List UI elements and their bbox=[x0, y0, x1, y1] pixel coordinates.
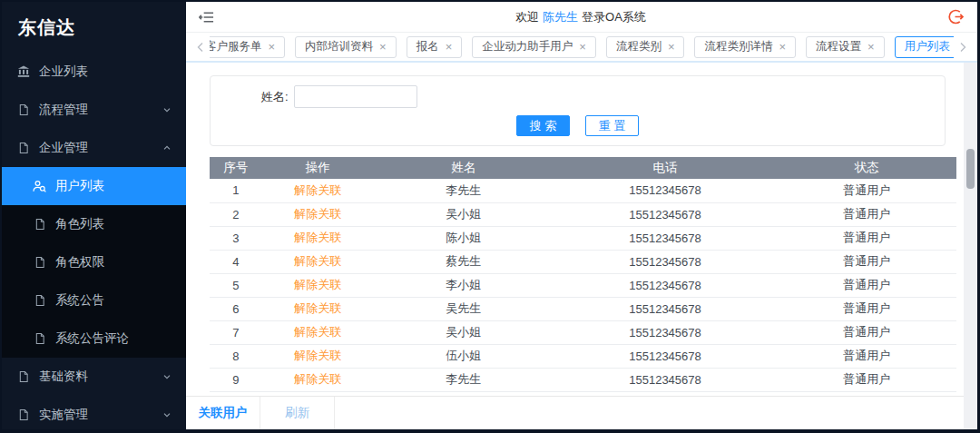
scrollbar-thumb[interactable] bbox=[966, 149, 975, 189]
unlink-action[interactable]: 解除关联 bbox=[294, 372, 341, 386]
welcome-prefix: 欢迎 bbox=[515, 10, 539, 24]
cell-name: 吴小姐 bbox=[374, 202, 554, 226]
sidebar-item-label: 企业列表 bbox=[39, 64, 88, 80]
sidebar-item-label: 用户列表 bbox=[55, 178, 104, 194]
sidebar-item-label: 实施管理 bbox=[39, 407, 88, 423]
sidebar-item-label: 企业管理 bbox=[39, 140, 88, 156]
unlink-action[interactable]: 解除关联 bbox=[294, 301, 341, 315]
cell-index: 9 bbox=[210, 368, 262, 391]
content-region: 姓名: 搜 索 重 置 序号操作姓名电话状态 1解除关联李先生155123456… bbox=[186, 63, 977, 429]
sidebar-item-系统公告评论[interactable]: 系统公告评论 bbox=[2, 320, 186, 358]
tab-用户列表[interactable]: 用户列表× bbox=[895, 36, 954, 58]
cell-phone: 15512345678 bbox=[554, 320, 778, 344]
table-row: 7解除关联吴小姐15512345678普通用户 bbox=[210, 320, 956, 344]
search-panel: 姓名: 搜 索 重 置 bbox=[210, 75, 946, 146]
cell-name: 李小姐 bbox=[374, 273, 554, 297]
sidebar-item-企业列表[interactable]: 企业列表 bbox=[2, 53, 186, 91]
cell-status: 普通用户 bbox=[777, 368, 956, 391]
reset-button[interactable]: 重 置 bbox=[585, 115, 640, 136]
cell-status: 普通用户 bbox=[777, 250, 956, 273]
cell-name: 蔡先生 bbox=[374, 250, 554, 273]
name-label: 姓名: bbox=[261, 89, 289, 105]
cell-index: 7 bbox=[210, 320, 262, 344]
close-icon[interactable]: × bbox=[269, 41, 276, 53]
unlink-action[interactable]: 解除关联 bbox=[294, 325, 341, 339]
main-area: 欢迎陈先生登录OA系统 客户服务单×内部培训资料×报名×企业动力助手用户×流程类… bbox=[186, 2, 977, 429]
associate-user-button[interactable]: 关联用户 bbox=[186, 397, 260, 429]
close-icon[interactable]: × bbox=[668, 41, 675, 53]
table-row: 1解除关联李先生15512345678普通用户 bbox=[210, 179, 956, 202]
cell-name: 吴先生 bbox=[374, 297, 554, 320]
tab-bar: 客户服务单×内部培训资料×报名×企业动力助手用户×流程类别×流程类别详情×流程设… bbox=[186, 33, 977, 63]
tab-label: 流程设置 bbox=[816, 39, 861, 54]
tab-内部培训资料[interactable]: 内部培训资料× bbox=[295, 36, 397, 58]
tab-企业动力助手用户[interactable]: 企业动力助手用户× bbox=[472, 36, 596, 58]
cell-name: 陈小姐 bbox=[374, 226, 554, 250]
unlink-action[interactable]: 解除关联 bbox=[294, 207, 341, 221]
tab-label: 用户列表 bbox=[905, 39, 950, 54]
cell-status: 普通用户 bbox=[777, 179, 956, 202]
chevron-down-icon bbox=[162, 410, 172, 419]
column-header-电话: 电话 bbox=[554, 157, 778, 179]
close-icon[interactable]: × bbox=[379, 41, 387, 53]
column-header-姓名: 姓名 bbox=[374, 157, 554, 179]
close-icon[interactable]: × bbox=[779, 41, 786, 53]
tab-流程类别详情[interactable]: 流程类别详情× bbox=[694, 36, 796, 58]
sidebar-item-流程管理[interactable]: 流程管理 bbox=[2, 91, 186, 129]
user-search-icon bbox=[33, 180, 46, 192]
sidebar-item-系统公告[interactable]: 系统公告 bbox=[2, 281, 186, 320]
tabs-scroll-right-icon[interactable] bbox=[954, 42, 972, 53]
sidebar-item-label: 系统公告 bbox=[55, 292, 104, 309]
unlink-action[interactable]: 解除关联 bbox=[294, 231, 341, 244]
cell-phone: 15512345678 bbox=[554, 250, 778, 273]
unlink-action[interactable]: 解除关联 bbox=[294, 278, 341, 291]
sidebar-submenu: 用户列表角色列表角色权限系统公告系统公告评论 bbox=[2, 167, 186, 358]
close-icon[interactable]: × bbox=[446, 41, 453, 53]
cell-index: 8 bbox=[210, 344, 262, 368]
sidebar-item-基础资料[interactable]: 基础资料 bbox=[2, 358, 186, 396]
sidebar-item-label: 角色列表 bbox=[55, 216, 104, 232]
app-logo: 东信达 bbox=[2, 2, 186, 44]
tab-label: 企业动力助手用户 bbox=[482, 39, 573, 54]
sidebar-menu: 企业列表流程管理企业管理用户列表角色列表角色权限系统公告系统公告评论基础资料实施… bbox=[2, 53, 186, 429]
close-icon[interactable]: × bbox=[867, 41, 875, 53]
bank-icon bbox=[16, 65, 30, 78]
sidebar-item-角色列表[interactable]: 角色列表 bbox=[2, 205, 186, 243]
unlink-action[interactable]: 解除关联 bbox=[294, 349, 341, 362]
column-header-操作: 操作 bbox=[262, 157, 374, 179]
tab-流程类别[interactable]: 流程类别× bbox=[606, 36, 685, 58]
sidebar-item-企业管理[interactable]: 企业管理 bbox=[2, 129, 186, 167]
cell-index: 4 bbox=[210, 250, 262, 273]
logout-icon[interactable] bbox=[947, 8, 965, 25]
cell-status: 普通用户 bbox=[777, 320, 956, 344]
user-name-link[interactable]: 陈先生 bbox=[543, 10, 578, 24]
cell-index: 3 bbox=[210, 226, 262, 250]
table-row: 8解除关联伍小姐15512345678普通用户 bbox=[210, 344, 956, 368]
cell-phone: 15512345678 bbox=[554, 179, 778, 202]
chevron-down-icon bbox=[162, 372, 172, 381]
tab-客户服务单[interactable]: 客户服务单× bbox=[210, 36, 285, 58]
file-icon bbox=[16, 103, 30, 116]
content-area: 姓名: 搜 索 重 置 序号操作姓名电话状态 1解除关联李先生155123456… bbox=[186, 63, 964, 396]
file-icon bbox=[33, 218, 46, 231]
name-input[interactable] bbox=[294, 85, 417, 108]
cell-status: 普通用户 bbox=[777, 297, 956, 320]
sidebar-item-用户列表[interactable]: 用户列表 bbox=[2, 167, 186, 205]
sidebar-item-label: 角色权限 bbox=[55, 254, 104, 271]
sidebar-item-角色权限[interactable]: 角色权限 bbox=[2, 243, 186, 281]
tabs-scroll-left-icon[interactable] bbox=[191, 42, 210, 53]
unlink-action[interactable]: 解除关联 bbox=[294, 183, 341, 197]
file-icon bbox=[33, 294, 46, 307]
unlink-action[interactable]: 解除关联 bbox=[294, 254, 341, 268]
sidebar-item-实施管理[interactable]: 实施管理 bbox=[2, 396, 186, 429]
file-icon bbox=[16, 370, 30, 383]
cell-status: 普通用户 bbox=[777, 202, 956, 226]
refresh-button[interactable]: 刷新 bbox=[260, 397, 335, 429]
collapse-menu-icon[interactable] bbox=[199, 11, 214, 24]
search-button[interactable]: 搜 索 bbox=[516, 115, 571, 136]
cell-index: 1 bbox=[210, 179, 262, 202]
content-scrollbar[interactable] bbox=[964, 63, 977, 429]
tab-报名[interactable]: 报名× bbox=[407, 36, 463, 58]
tab-流程设置[interactable]: 流程设置× bbox=[806, 36, 885, 58]
close-icon[interactable]: × bbox=[579, 41, 586, 53]
